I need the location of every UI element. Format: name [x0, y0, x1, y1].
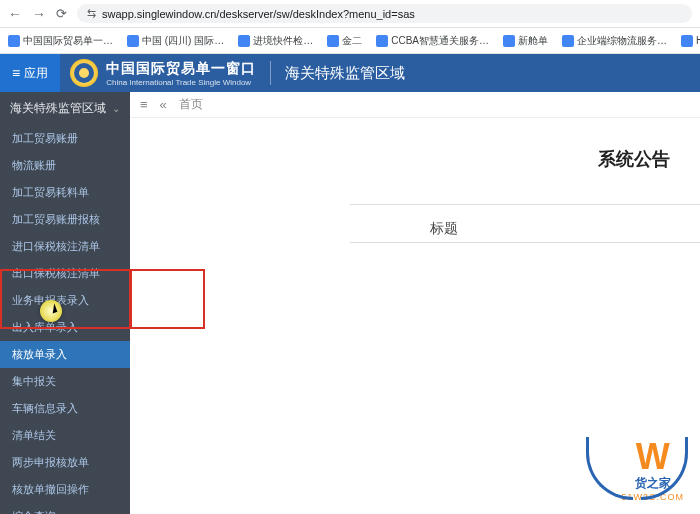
sidebar-item-label: 清单结关 [12, 428, 56, 443]
sidebar-item[interactable]: 核放单撤回操作 [0, 476, 130, 503]
bookmark-item[interactable]: 新舱单 [503, 34, 548, 48]
content-area: ≡ « 首页 系统公告 标题 W 货之家 51W2C.COM [130, 92, 700, 514]
divider [350, 204, 700, 205]
sidebar-item[interactable]: 车辆信息录入 [0, 395, 130, 422]
tab-bar: ≡ « 首页 [130, 92, 700, 118]
menu-collapse-icon[interactable]: ≡ [140, 97, 148, 112]
sidebar-item-label: 加工贸易账册报核 [12, 212, 100, 227]
sidebar-item-label: 两步申报核放单 [12, 455, 89, 470]
bookmark-item[interactable]: 企业端综物流服务… [562, 34, 667, 48]
apps-label: 应用 [24, 65, 48, 82]
sidebar-item[interactable]: 综合查询‹ [0, 503, 130, 514]
sidebar-item[interactable]: 清单结关 [0, 422, 130, 449]
favicon-icon [503, 35, 515, 47]
hamburger-icon: ≡ [12, 65, 20, 81]
sidebar-item-label: 业务申报表录入 [12, 293, 89, 308]
section-title: 海关特殊监管区域 [285, 64, 405, 83]
favicon-icon [238, 35, 250, 47]
bookmark-item[interactable]: 中国国际贸易单一… [8, 34, 113, 48]
bookmark-item[interactable]: CCBA智慧通关服务… [376, 34, 489, 48]
sidebar-item-label: 核放单撤回操作 [12, 482, 89, 497]
favicon-icon [681, 35, 693, 47]
favicon-icon [327, 35, 339, 47]
sidebar-item[interactable]: 加工贸易账册 [0, 125, 130, 152]
favicon-icon [376, 35, 388, 47]
divider [350, 242, 700, 243]
sidebar-title[interactable]: 海关特殊监管区域 ⌄ [0, 92, 130, 125]
logo-icon [70, 59, 98, 87]
sidebar-item[interactable]: 出入库单录入 [0, 314, 130, 341]
sidebar-item-label: 进口保税核注清单 [12, 239, 100, 254]
url-bar[interactable]: ⇆ swapp.singlewindow.cn/deskserver/sw/de… [77, 4, 692, 23]
column-header: 标题 [430, 220, 458, 238]
bookmarks-bar: 中国国际贸易单一… 中国 (四川) 国际… 进境快件检… 金二 CCBA智慧通关… [0, 28, 700, 54]
bookmark-item[interactable]: 进境快件检… [238, 34, 313, 48]
sidebar-item[interactable]: 加工贸易耗料单 [0, 179, 130, 206]
apps-button[interactable]: ≡ 应用 [0, 54, 60, 92]
app-header: ≡ 应用 中国国际贸易单一窗口 China International Trad… [0, 54, 700, 92]
sidebar-item-label: 核放单录入 [12, 347, 67, 362]
bookmark-item[interactable]: HS编码查询,新滘关… [681, 34, 700, 48]
sidebar-item-label: 加工贸易账册 [12, 131, 78, 146]
back-icon[interactable]: ← [8, 6, 22, 22]
sidebar-item[interactable]: 核放单录入 [0, 341, 130, 368]
sidebar-item[interactable]: 业务申报表录入 [0, 287, 130, 314]
site-info-icon[interactable]: ⇆ [87, 7, 96, 20]
favicon-icon [127, 35, 139, 47]
sidebar-item-label: 综合查询 [12, 509, 56, 514]
watermark: W 货之家 51W2C.COM [621, 439, 684, 502]
sidebar-item[interactable]: 进口保税核注清单 [0, 233, 130, 260]
sidebar-item[interactable]: 集中报关 [0, 368, 130, 395]
sidebar-item-label: 出入库单录入 [12, 320, 78, 335]
favicon-icon [562, 35, 574, 47]
forward-icon[interactable]: → [32, 6, 46, 22]
url-text: swapp.singlewindow.cn/deskserver/sw/desk… [102, 8, 415, 20]
sidebar-item[interactable]: 两步申报核放单 [0, 449, 130, 476]
divider [270, 61, 271, 85]
sidebar: 海关特殊监管区域 ⌄ 加工贸易账册物流账册加工贸易耗料单加工贸易账册报核进口保税… [0, 92, 130, 514]
brand-title-en: China International Trade Single Window [106, 78, 256, 87]
sidebar-item[interactable]: 加工贸易账册报核 [0, 206, 130, 233]
sidebar-item-label: 出口保税核注清单 [12, 266, 100, 281]
sidebar-item-label: 车辆信息录入 [12, 401, 78, 416]
bookmark-item[interactable]: 中国 (四川) 国际… [127, 34, 224, 48]
sidebar-item-label: 集中报关 [12, 374, 56, 389]
browser-toolbar: ← → ⟳ ⇆ swapp.singlewindow.cn/deskserver… [0, 0, 700, 28]
refresh-icon[interactable]: ⟳ [56, 6, 67, 21]
bookmark-item[interactable]: 金二 [327, 34, 362, 48]
sidebar-item-label: 加工贸易耗料单 [12, 185, 89, 200]
tab-home[interactable]: 首页 [179, 96, 203, 113]
chevron-down-icon: ⌄ [112, 103, 120, 114]
tab-prev-icon[interactable]: « [160, 97, 167, 112]
notice-title: 系统公告 [598, 147, 670, 171]
favicon-icon [8, 35, 20, 47]
brand-title-cn: 中国国际贸易单一窗口 [106, 60, 256, 78]
sidebar-item-label: 物流账册 [12, 158, 56, 173]
sidebar-item[interactable]: 出口保税核注清单 [0, 260, 130, 287]
brand-logo: 中国国际贸易单一窗口 China International Trade Sin… [70, 59, 256, 87]
sidebar-item[interactable]: 物流账册 [0, 152, 130, 179]
